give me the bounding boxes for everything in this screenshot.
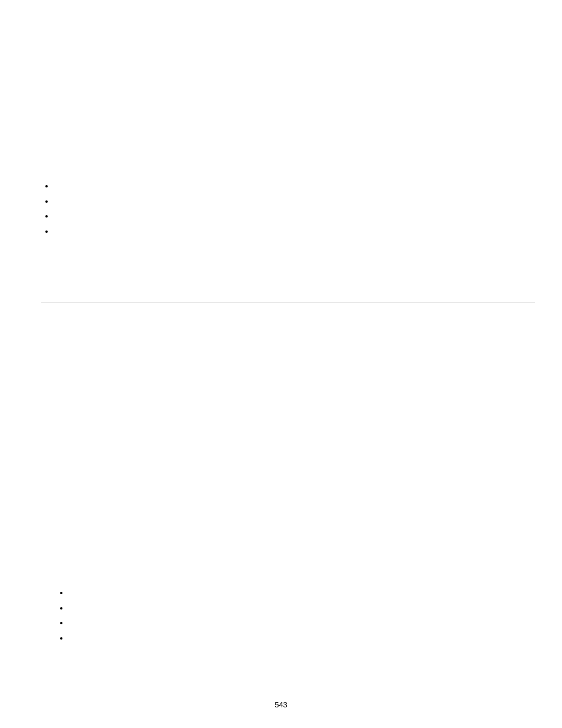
bullet-point bbox=[60, 607, 62, 610]
bullet-point bbox=[45, 230, 48, 233]
bullet-list-lower bbox=[60, 592, 62, 652]
bullet-point bbox=[45, 215, 48, 218]
page-number: 543 bbox=[275, 700, 287, 709]
bullet-point bbox=[60, 592, 62, 594]
bullet-point bbox=[45, 200, 48, 203]
bullet-point bbox=[60, 637, 62, 640]
horizontal-divider bbox=[41, 302, 535, 303]
bullet-list-upper bbox=[45, 185, 48, 245]
bullet-point bbox=[60, 622, 62, 624]
bullet-point bbox=[45, 185, 48, 187]
